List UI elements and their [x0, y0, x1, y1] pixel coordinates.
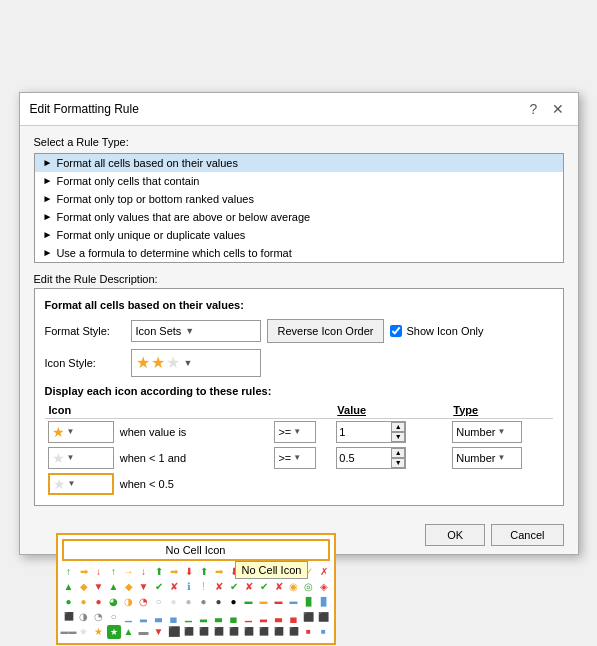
- icon-cell[interactable]: ✗: [317, 565, 331, 579]
- icon-cell[interactable]: ●: [182, 595, 196, 609]
- icon-style-select[interactable]: ★ ★ ★ ▼: [131, 349, 261, 377]
- value-field-0[interactable]: [339, 426, 391, 438]
- icon-cell[interactable]: ▃: [152, 610, 166, 624]
- close-button[interactable]: ✕: [548, 99, 568, 119]
- no-cell-icon-bar[interactable]: No Cell Icon: [62, 539, 330, 561]
- icon-cell[interactable]: ℹ: [182, 580, 196, 594]
- icon-cell[interactable]: ✘: [272, 580, 286, 594]
- icon-cell[interactable]: ⬛: [242, 625, 256, 639]
- icon-cell[interactable]: ⬛: [212, 625, 226, 639]
- icon-cell[interactable]: ⬛: [62, 610, 76, 624]
- icon-cell[interactable]: ◆: [77, 580, 91, 594]
- icon-cell[interactable]: ▼: [137, 580, 151, 594]
- reverse-icon-order-button[interactable]: Reverse Icon Order: [267, 319, 385, 343]
- icon-cell[interactable]: ○: [107, 610, 121, 624]
- icon-cell[interactable]: ■: [302, 625, 316, 639]
- icon-cell[interactable]: ▬: [257, 595, 271, 609]
- cancel-button[interactable]: Cancel: [491, 524, 563, 546]
- rule-type-item-2[interactable]: ► Format only top or bottom ranked value…: [35, 190, 563, 208]
- icon-cell[interactable]: ◑: [122, 595, 136, 609]
- icon-cell[interactable]: ◉: [287, 580, 301, 594]
- icon-cell[interactable]: ●: [227, 595, 241, 609]
- icon-cell[interactable]: ▂: [197, 610, 211, 624]
- icon-cell[interactable]: ▄: [167, 610, 181, 624]
- icon-cell[interactable]: ▬▬: [62, 625, 76, 639]
- icon-cell[interactable]: ⬆: [152, 565, 166, 579]
- icon-cell[interactable]: ▂: [257, 610, 271, 624]
- type-select-0[interactable]: Number ▼: [452, 421, 522, 443]
- icon-cell[interactable]: ▬: [287, 595, 301, 609]
- icon-cell[interactable]: ↑: [107, 565, 121, 579]
- icon-cell[interactable]: ↓: [137, 565, 151, 579]
- icon-cell[interactable]: ■: [317, 625, 331, 639]
- rule-type-item-1[interactable]: ► Format only cells that contain: [35, 172, 563, 190]
- icon-cell[interactable]: ▃: [212, 610, 226, 624]
- icon-cell[interactable]: ⬆: [197, 565, 211, 579]
- icon-cell[interactable]: ⬛: [317, 610, 331, 624]
- icon-cell[interactable]: ◕: [107, 595, 121, 609]
- icon-cell[interactable]: ⬛: [302, 610, 316, 624]
- icon-cell[interactable]: ▄: [227, 610, 241, 624]
- icon-cell[interactable]: !: [197, 580, 211, 594]
- icon-cell[interactable]: ◔: [92, 610, 106, 624]
- icon-cell[interactable]: ▬: [242, 595, 256, 609]
- operator-select-0[interactable]: >= ▼: [274, 421, 316, 443]
- ok-button[interactable]: OK: [425, 524, 485, 546]
- icon-cell[interactable]: ▲: [62, 580, 76, 594]
- icon-cell[interactable]: ⬛: [167, 625, 181, 639]
- icon-cell[interactable]: ⬛: [197, 625, 211, 639]
- icon-cell[interactable]: ▲: [107, 580, 121, 594]
- spinner-down-0[interactable]: ▼: [391, 432, 405, 442]
- spinner-up-1[interactable]: ▲: [391, 448, 405, 458]
- icon-cell[interactable]: ★: [77, 625, 91, 639]
- icon-cell[interactable]: ⬛: [257, 625, 271, 639]
- icon-cell[interactable]: ◑: [77, 610, 91, 624]
- show-icon-only-checkbox[interactable]: [390, 325, 402, 337]
- icon-cell[interactable]: ⬛: [182, 625, 196, 639]
- rule-type-item-4[interactable]: ► Format only unique or duplicate values: [35, 226, 563, 244]
- icon-cell[interactable]: ▁: [242, 610, 256, 624]
- icon-cell[interactable]: ✔: [257, 580, 271, 594]
- icon-cell[interactable]: ⬛: [287, 625, 301, 639]
- icon-cell[interactable]: ▬: [272, 595, 286, 609]
- icon-cell[interactable]: ◔: [137, 595, 151, 609]
- rule-type-item-0[interactable]: ► Format all cells based on their values: [35, 154, 563, 172]
- spinner-up-0[interactable]: ▲: [391, 422, 405, 432]
- icon-cell[interactable]: ●: [92, 595, 106, 609]
- icon-cell[interactable]: ○: [152, 595, 166, 609]
- icon-cell[interactable]: █: [302, 595, 316, 609]
- icon-cell[interactable]: ★: [92, 625, 106, 639]
- icon-cell[interactable]: ●: [167, 595, 181, 609]
- icon-cell[interactable]: ⬇: [182, 565, 196, 579]
- icon-cell[interactable]: ▄: [287, 610, 301, 624]
- icon-select-2[interactable]: ★ ▼: [48, 473, 114, 495]
- rule-type-item-3[interactable]: ► Format only values that are above or b…: [35, 208, 563, 226]
- operator-select-1[interactable]: >= ▼: [274, 447, 316, 469]
- icon-cell[interactable]: ◆: [122, 580, 136, 594]
- icon-cell[interactable]: ▁: [122, 610, 136, 624]
- icon-cell[interactable]: ⬛: [272, 625, 286, 639]
- icon-cell[interactable]: ▬: [137, 625, 151, 639]
- icon-cell[interactable]: ➡: [77, 565, 91, 579]
- icon-cell[interactable]: ↓: [92, 565, 106, 579]
- value-field-1[interactable]: [339, 452, 391, 464]
- icon-cell[interactable]: ✔: [152, 580, 166, 594]
- icon-cell[interactable]: ●: [62, 595, 76, 609]
- spinner-down-1[interactable]: ▼: [391, 458, 405, 468]
- type-select-1[interactable]: Number ▼: [452, 447, 522, 469]
- icon-cell[interactable]: ●: [77, 595, 91, 609]
- icon-cell[interactable]: ◎: [302, 580, 316, 594]
- icon-cell[interactable]: █: [317, 595, 331, 609]
- rule-type-item-5[interactable]: ► Use a formula to determine which cells…: [35, 244, 563, 262]
- icon-cell[interactable]: ▂: [137, 610, 151, 624]
- icon-cell[interactable]: ✘: [167, 580, 181, 594]
- icon-cell[interactable]: ▲: [122, 625, 136, 639]
- icon-select-0[interactable]: ★ ▼: [48, 421, 114, 443]
- icon-select-1[interactable]: ★ ▼: [48, 447, 114, 469]
- icon-cell[interactable]: ⬛: [227, 625, 241, 639]
- icon-cell[interactable]: ★: [107, 625, 121, 639]
- help-button[interactable]: ?: [524, 99, 544, 119]
- icon-cell[interactable]: ▼: [92, 580, 106, 594]
- format-style-select[interactable]: Icon Sets ▼: [131, 320, 261, 342]
- icon-cell[interactable]: ✔: [227, 580, 241, 594]
